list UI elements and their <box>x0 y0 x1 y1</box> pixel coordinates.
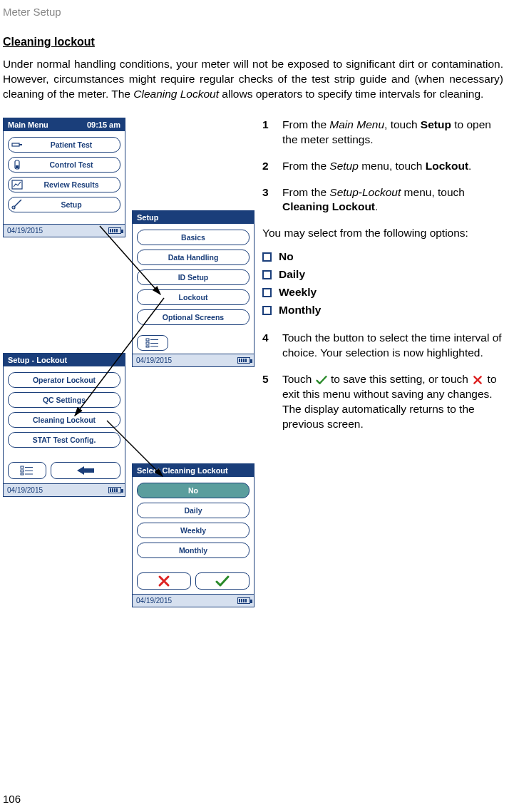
page-number: 106 <box>3 793 21 805</box>
back-arrow-icon <box>76 465 96 476</box>
btn-optional-screens[interactable]: Optional Screens <box>137 309 250 325</box>
option-item: Weekly <box>262 285 502 300</box>
date-label: 04/19/2015 <box>7 227 43 235</box>
list-view-button[interactable] <box>8 462 46 479</box>
screen-title: Setup <box>137 213 159 222</box>
svg-rect-8 <box>146 346 149 347</box>
option-item: Daily <box>262 267 502 282</box>
screen-time: 09:15 am <box>87 120 120 129</box>
battery-icon <box>108 227 121 234</box>
cancel-button[interactable] <box>137 572 191 590</box>
step-number: 4 <box>262 331 282 361</box>
date-label: 04/19/2015 <box>7 486 43 494</box>
svg-rect-13 <box>21 470 24 472</box>
opt-monthly[interactable]: Monthly <box>137 543 250 558</box>
step-text: Touch to save this setting, or touch to … <box>282 372 502 432</box>
btn-patient-test[interactable]: Patient Test <box>8 137 120 153</box>
btn-stat-test-config[interactable]: STAT Test Config. <box>8 432 120 448</box>
btn-qc-settings[interactable]: QC Settings <box>8 392 120 408</box>
instructions-column: 1From the Main Menu, touch Setup to open… <box>262 118 502 443</box>
step-number: 5 <box>262 372 282 432</box>
btn-setup[interactable]: Setup <box>8 197 120 212</box>
setup-icon <box>11 200 23 210</box>
screen-main-menu: Main Menu 09:15 am Patient Test Control … <box>3 118 125 237</box>
step-item: 1From the Main Menu, touch Setup to open… <box>262 118 502 148</box>
patient-test-icon <box>11 140 23 150</box>
opt-weekly[interactable]: Weekly <box>137 523 250 538</box>
btn-operator-lockout[interactable]: Operator Lockout <box>8 372 120 388</box>
screen-title: Main Menu <box>8 120 48 129</box>
opt-daily[interactable]: Daily <box>137 503 250 518</box>
step-item: 3From the Setup-Lockout menu, touch Clea… <box>262 185 502 215</box>
x-icon <box>158 575 170 587</box>
list-view-button[interactable] <box>137 335 168 351</box>
step-text: From the Main Menu, touch Setup to open … <box>282 118 502 148</box>
btn-lockout[interactable]: Lockout <box>137 289 250 305</box>
step-number: 1 <box>262 118 282 148</box>
btn-basics[interactable]: Basics <box>137 230 250 245</box>
confirm-button[interactable] <box>195 572 250 590</box>
option-item: Monthly <box>262 303 502 318</box>
btn-control-test[interactable]: Control Test <box>8 157 120 173</box>
review-results-icon <box>11 180 23 190</box>
option-item: No <box>262 250 502 264</box>
btn-cleaning-lockout[interactable]: Cleaning Lockout <box>8 412 120 428</box>
screen-setup: Setup Basics Data Handling ID Setup Lock… <box>132 210 254 367</box>
svg-rect-14 <box>21 473 24 475</box>
btn-review-results[interactable]: Review Results <box>8 177 120 192</box>
control-test-icon <box>11 160 23 170</box>
screen-title: Setup - Lockout <box>8 356 67 364</box>
screen-select-cleaning-lockout: Select Cleaning Lockout No Daily Weekly … <box>132 463 254 607</box>
options-intro: You may select from the following option… <box>262 226 502 241</box>
svg-rect-12 <box>21 466 24 468</box>
back-button[interactable] <box>51 462 120 479</box>
opt-no[interactable]: No <box>137 483 250 498</box>
check-icon <box>215 575 230 587</box>
intro-paragraph: Under normal handling conditions, your m… <box>3 57 503 102</box>
step-item: 5Touch to save this setting, or touch to… <box>262 372 502 432</box>
svg-rect-1 <box>19 144 22 145</box>
btn-data-handling[interactable]: Data Handling <box>137 250 250 265</box>
check-icon <box>315 375 328 385</box>
step-item: 4Touch the button to select the time int… <box>262 331 502 361</box>
svg-rect-3 <box>16 165 19 168</box>
step-item: 2From the Setup menu, touch Lockout. <box>262 159 502 174</box>
section-title: Cleaning lockout <box>3 36 509 48</box>
date-label: 04/19/2015 <box>136 597 172 605</box>
svg-rect-6 <box>146 339 149 341</box>
svg-rect-7 <box>146 342 149 344</box>
step-number: 3 <box>262 185 282 215</box>
page-header: Meter Setup <box>0 0 509 18</box>
screen-title: Select Cleaning Lockout <box>137 466 228 475</box>
step-text: Touch the button to select the time inte… <box>282 331 502 361</box>
screen-setup-lockout: Setup - Lockout Operator Lockout QC Sett… <box>3 353 125 497</box>
step-text: From the Setup-Lockout menu, touch Clean… <box>282 185 502 215</box>
date-label: 04/19/2015 <box>136 356 172 364</box>
step-text: From the Setup menu, touch Lockout. <box>282 159 502 174</box>
options-list: NoDailyWeeklyMonthly <box>262 250 502 318</box>
x-icon <box>471 375 484 385</box>
battery-icon <box>108 487 121 493</box>
svg-rect-0 <box>12 143 19 146</box>
battery-icon <box>237 597 250 604</box>
battery-icon <box>237 357 250 364</box>
step-number: 2 <box>262 159 282 174</box>
btn-id-setup[interactable]: ID Setup <box>137 269 250 285</box>
